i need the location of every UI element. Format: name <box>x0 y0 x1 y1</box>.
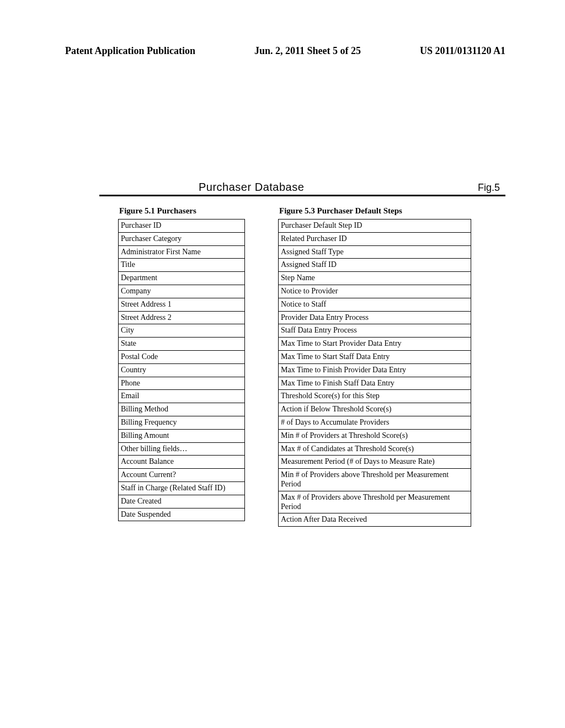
table-row: Administrator First Name <box>119 245 245 259</box>
table-row: Max # of Candidates at Threshold Score(s… <box>279 442 471 456</box>
header-center: Jun. 2, 2011 Sheet 5 of 25 <box>254 45 361 57</box>
field-cell: Street Address 2 <box>119 311 245 324</box>
field-cell: Department <box>119 272 245 285</box>
field-cell: Provider Data Entry Process <box>279 311 471 324</box>
field-cell: Company <box>119 285 245 298</box>
field-cell: Staff in Charge (Related Staff ID) <box>119 481 245 495</box>
field-cell: Account Balance <box>119 456 245 469</box>
table-row: Purchaser Category <box>119 232 245 245</box>
field-cell: Max Time to Start Staff Data Entry <box>279 350 471 363</box>
field-cell: Title <box>119 259 245 272</box>
field-cell: Purchaser Category <box>119 232 245 245</box>
table-row: Staff Data Entry Process <box>279 324 471 338</box>
table-row: Min # of Providers at Threshold Score(s) <box>279 429 471 442</box>
field-cell: Max Time to Finish Provider Data Entry <box>279 363 471 377</box>
table-caption-left: Figure 5.1 Purchasers <box>118 206 245 216</box>
title-row: Purchaser Database Fig.5 <box>99 181 505 196</box>
table-row: Street Address 1 <box>119 298 245 311</box>
field-cell: Billing Frequency <box>119 416 245 429</box>
table-row: Postal Code <box>119 350 245 363</box>
field-cell: Measurement Period (# of Days to Measure… <box>279 456 471 469</box>
table-row: Notice to Provider <box>279 285 471 298</box>
table-row: Step Name <box>279 272 471 285</box>
table-row: Street Address 2 <box>119 311 245 324</box>
header-right: US 2011/0131120 A1 <box>420 45 505 57</box>
table-row: Billing Amount <box>119 429 245 442</box>
tables-area: Figure 5.1 Purchasers Purchaser ID Purch… <box>118 206 505 527</box>
field-cell: Email <box>119 390 245 403</box>
table-row: Billing Method <box>119 403 245 416</box>
table-row: City <box>119 324 245 338</box>
field-cell: Account Current? <box>119 469 245 482</box>
table-row: Max Time to Start Staff Data Entry <box>279 350 471 363</box>
table-row: Max # of Providers above Threshold per M… <box>279 491 471 513</box>
field-cell: Postal Code <box>119 350 245 363</box>
header-left: Patent Application Publication <box>65 45 195 57</box>
field-cell: Billing Amount <box>119 429 245 442</box>
table-row: Date Created <box>119 495 245 508</box>
table-row: Assigned Staff Type <box>279 245 471 259</box>
field-cell: Street Address 1 <box>119 298 245 311</box>
table-row: Title <box>119 259 245 272</box>
table-row: Other billing fields… <box>119 442 245 456</box>
field-cell: Max Time to Start Provider Data Entry <box>279 338 471 351</box>
field-cell: Threshold Score(s) for this Step <box>279 390 471 403</box>
field-cell: Phone <box>119 377 245 390</box>
table-caption-right: Figure 5.3 Purchaser Default Steps <box>278 206 471 216</box>
table-row: Related Purchaser ID <box>279 232 471 245</box>
default-steps-table: Purchaser Default Step ID Related Purcha… <box>278 219 471 527</box>
table-row: Billing Frequency <box>119 416 245 429</box>
main-title: Purchaser Database <box>199 181 304 194</box>
table-row: Action After Data Received <box>279 513 471 527</box>
table-row: Provider Data Entry Process <box>279 311 471 324</box>
field-cell: Step Name <box>279 272 471 285</box>
field-cell: Country <box>119 363 245 377</box>
table-row: Email <box>119 390 245 403</box>
field-cell: Assigned Staff ID <box>279 259 471 272</box>
field-cell: Max # of Providers above Threshold per M… <box>279 491 471 513</box>
table-row: Company <box>119 285 245 298</box>
table-row: Purchaser Default Step ID <box>279 220 471 233</box>
field-cell: Billing Method <box>119 403 245 416</box>
table-row: State <box>119 338 245 351</box>
table-row: Max Time to Finish Provider Data Entry <box>279 363 471 377</box>
figure-label: Fig.5 <box>478 182 500 194</box>
field-cell: Max Time to Finish Staff Data Entry <box>279 377 471 390</box>
field-cell: # of Days to Accumulate Providers <box>279 416 471 429</box>
field-cell: Notice to Staff <box>279 298 471 311</box>
table-row: Measurement Period (# of Days to Measure… <box>279 456 471 469</box>
right-column: Figure 5.3 Purchaser Default Steps Purch… <box>278 206 471 527</box>
field-cell: Max # of Candidates at Threshold Score(s… <box>279 442 471 456</box>
table-row: Min # of Providers above Threshold per M… <box>279 469 471 491</box>
field-cell: Min # of Providers at Threshold Score(s) <box>279 429 471 442</box>
field-cell: Purchaser Default Step ID <box>279 220 471 233</box>
field-cell: Assigned Staff Type <box>279 245 471 259</box>
table-row: Notice to Staff <box>279 298 471 311</box>
title-block: Purchaser Database Fig.5 <box>99 181 505 196</box>
table-row: Action if Below Threshold Score(s) <box>279 403 471 416</box>
field-cell: Notice to Provider <box>279 285 471 298</box>
field-cell: Staff Data Entry Process <box>279 324 471 338</box>
table-row: Assigned Staff ID <box>279 259 471 272</box>
table-row: Staff in Charge (Related Staff ID) <box>119 481 245 495</box>
table-row: Date Suspended <box>119 508 245 521</box>
table-row: Phone <box>119 377 245 390</box>
field-cell: Min # of Providers above Threshold per M… <box>279 469 471 491</box>
table-row: Country <box>119 363 245 377</box>
field-cell: Date Suspended <box>119 508 245 521</box>
field-cell: Action After Data Received <box>279 513 471 527</box>
field-cell: Purchaser ID <box>119 220 245 233</box>
table-row: Max Time to Start Provider Data Entry <box>279 338 471 351</box>
field-cell: Other billing fields… <box>119 442 245 456</box>
left-column: Figure 5.1 Purchasers Purchaser ID Purch… <box>118 206 245 521</box>
field-cell: Related Purchaser ID <box>279 232 471 245</box>
table-row: Account Balance <box>119 456 245 469</box>
table-row: Department <box>119 272 245 285</box>
field-cell: City <box>119 324 245 338</box>
table-row: # of Days to Accumulate Providers <box>279 416 471 429</box>
table-row: Threshold Score(s) for this Step <box>279 390 471 403</box>
table-row: Max Time to Finish Staff Data Entry <box>279 377 471 390</box>
table-row: Account Current? <box>119 469 245 482</box>
table-row: Purchaser ID <box>119 220 245 233</box>
field-cell: Date Created <box>119 495 245 508</box>
